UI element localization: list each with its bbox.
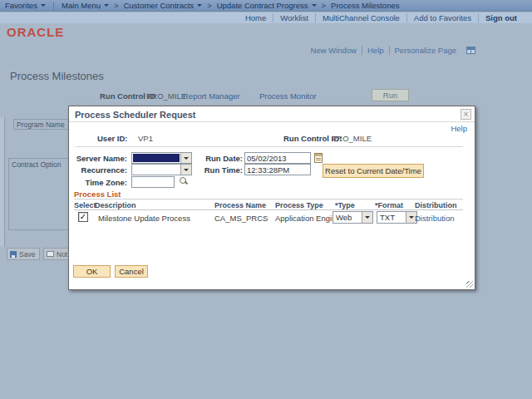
chevron-down-icon bbox=[41, 4, 46, 9]
select-checkbox[interactable]: ✓ bbox=[78, 212, 88, 222]
save-button[interactable]: Save bbox=[7, 248, 40, 260]
server-name-selection-highlight bbox=[133, 154, 180, 162]
new-window-link[interactable]: New Window bbox=[306, 46, 362, 55]
favorites-label: Favorites bbox=[5, 1, 37, 10]
process-milestones-label: Process Milestones bbox=[331, 1, 399, 10]
header-links: Home Worklist MultiChannel Console Add t… bbox=[0, 12, 532, 23]
breadcrumb-update-contract-progress[interactable]: Update Contract Progress bbox=[217, 1, 317, 10]
divider bbox=[76, 146, 463, 147]
close-icon[interactable]: × bbox=[461, 109, 471, 120]
format-select[interactable]: TXT bbox=[377, 211, 417, 224]
oracle-logo: ORACLE bbox=[7, 25, 64, 39]
divider bbox=[53, 2, 54, 10]
col-type: *Type bbox=[335, 201, 355, 209]
recurrence-label: Recurrence: bbox=[69, 165, 127, 175]
chevron-down-icon bbox=[104, 4, 109, 9]
main-menu-label: Main Menu bbox=[62, 1, 101, 10]
breadcrumb: Favorites Main Menu > Customer Contracts… bbox=[0, 0, 532, 12]
copy-url-grid-icon[interactable] bbox=[466, 47, 475, 54]
run-time-label: Run Time: bbox=[185, 165, 243, 175]
worklist-link[interactable]: Worklist bbox=[273, 13, 315, 22]
run-time-input[interactable] bbox=[244, 164, 311, 175]
utility-links: New Window Help Personalize Page bbox=[306, 46, 475, 55]
server-name-select[interactable] bbox=[131, 152, 192, 164]
cancel-button[interactable]: Cancel bbox=[115, 265, 148, 278]
type-select-value: Web bbox=[336, 213, 352, 222]
page-title: Process Milestones bbox=[10, 70, 104, 82]
col-process-name: Process Name bbox=[214, 201, 266, 209]
col-description: Description bbox=[95, 201, 136, 209]
run-button[interactable]: Run bbox=[372, 89, 409, 101]
dialog-help-link[interactable]: Help bbox=[451, 124, 467, 133]
dialog-title: Process Scheduler Request bbox=[75, 110, 196, 120]
col-distribution: Distribution bbox=[415, 201, 457, 209]
breadcrumb-separator: > bbox=[322, 1, 327, 10]
update-contract-progress-label: Update Contract Progress bbox=[217, 1, 308, 10]
breadcrumb-separator: > bbox=[114, 1, 119, 10]
distribution-link[interactable]: Distribution bbox=[415, 214, 455, 223]
process-monitor-link[interactable]: Process Monitor bbox=[259, 91, 317, 101]
report-manager-link[interactable]: Report Manager bbox=[183, 91, 240, 101]
ok-button[interactable]: OK bbox=[73, 265, 111, 278]
multichannel-console-link[interactable]: MultiChannel Console bbox=[315, 13, 406, 22]
program-name-groupbox: Program Name bbox=[13, 119, 71, 130]
reset-datetime-button[interactable]: Reset to Current Date/Time bbox=[323, 164, 424, 178]
user-id-label: User ID: bbox=[97, 134, 127, 143]
save-label: Save bbox=[19, 250, 35, 259]
process-list-header-row: Select Description Process Name Process … bbox=[74, 199, 463, 210]
chevron-down-icon bbox=[197, 4, 202, 9]
row-description: Milestone Update Process bbox=[98, 214, 190, 223]
col-process-type: Process Type bbox=[275, 201, 323, 209]
calendar-icon[interactable] bbox=[314, 153, 323, 163]
notify-button[interactable]: Not bbox=[43, 248, 70, 260]
col-select: Select bbox=[74, 201, 96, 209]
lookup-magnifier-icon[interactable] bbox=[179, 176, 189, 186]
time-zone-input[interactable] bbox=[131, 176, 175, 188]
process-scheduler-request-dialog: Process Scheduler Request × Help User ID… bbox=[68, 106, 475, 290]
run-date-label: Run Date: bbox=[185, 154, 243, 163]
dialog-titlebar: Process Scheduler Request × bbox=[69, 106, 475, 122]
run-control-row: Run Control ID PRO_MILE Report Manager P… bbox=[0, 91, 532, 103]
run-control-id-value: PRO_MILE bbox=[146, 91, 186, 101]
save-disk-icon bbox=[10, 251, 17, 258]
breadcrumb-customer-contracts[interactable]: Customer Contracts bbox=[124, 1, 202, 10]
process-list-section-label: Process List bbox=[74, 190, 121, 199]
main-menu[interactable]: Main Menu bbox=[62, 1, 109, 10]
favorites-menu[interactable]: Favorites bbox=[5, 1, 46, 10]
chevron-down-icon bbox=[312, 4, 317, 9]
table-row: ✓ Milestone Update Process CA_MS_PRCS Ap… bbox=[69, 210, 475, 225]
home-link[interactable]: Home bbox=[239, 13, 273, 22]
server-name-label: Server Name: bbox=[69, 154, 127, 163]
col-format: *Format bbox=[375, 201, 403, 209]
row-process-name: CA_MS_PRCS bbox=[214, 214, 268, 223]
resize-handle[interactable] bbox=[466, 281, 473, 288]
row-process-type: Application Engine bbox=[275, 214, 341, 223]
dropdown-arrow-icon[interactable] bbox=[362, 212, 372, 223]
breadcrumb-separator: > bbox=[207, 1, 212, 10]
add-to-favorites-link[interactable]: Add to Favorites bbox=[406, 13, 478, 22]
format-select-value: TXT bbox=[380, 213, 395, 222]
run-date-input[interactable] bbox=[244, 152, 311, 164]
notify-envelope-icon bbox=[47, 251, 54, 257]
breadcrumb-process-milestones: Process Milestones bbox=[331, 1, 399, 10]
page-frame-edge bbox=[0, 117, 5, 247]
user-id-value: VP1 bbox=[138, 134, 153, 143]
time-zone-label: Time Zone: bbox=[69, 178, 127, 187]
personalize-page-link[interactable]: Personalize Page bbox=[389, 46, 461, 55]
sign-out-link[interactable]: Sign out bbox=[478, 13, 524, 22]
dialog-run-control-id-value: PRO_MILE bbox=[332, 134, 372, 143]
type-select[interactable]: Web bbox=[332, 211, 373, 224]
notify-label: Not bbox=[57, 250, 67, 259]
contract-option-groupbox: Contract Option bbox=[8, 158, 70, 230]
help-link[interactable]: Help bbox=[362, 46, 389, 55]
recurrence-select[interactable] bbox=[131, 164, 192, 175]
customer-contracts-label: Customer Contracts bbox=[124, 1, 194, 10]
